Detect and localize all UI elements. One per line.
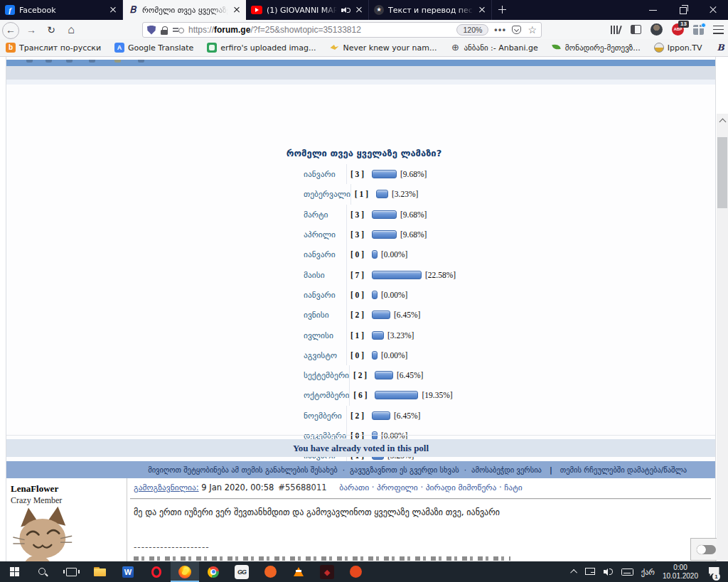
poll-option-label: აგვისტო	[285, 350, 346, 360]
tab-forum-active[interactable]: Ᏼ რომელი თვეა ყველაზე ლამ	[123, 0, 246, 20]
firefox-button-active[interactable]	[171, 561, 199, 582]
bookmark-star-icon[interactable]	[528, 22, 537, 38]
minimize-button[interactable]	[638, 0, 668, 20]
red-diamond-icon	[320, 565, 334, 579]
card-link[interactable]: ბარათი	[339, 483, 369, 492]
pm-link[interactable]: პირადი მიმოწერა	[426, 483, 497, 492]
address-bar[interactable]: https://forum.ge/?f=25&showtopic=3513381…	[142, 22, 542, 38]
account-avatar-icon[interactable]	[651, 23, 663, 36]
taskbar-search-button[interactable]	[28, 561, 57, 582]
poll-option-label: სექტემბერი	[285, 370, 349, 380]
language-indicator[interactable]: ქარ	[641, 568, 655, 576]
poll-option-label: ნოემბერი	[285, 411, 346, 421]
tab-youtube[interactable]: (1) GIOVANNI MARRADI - M	[246, 0, 369, 20]
posted-label-link[interactable]: გამოგზავნილია:	[134, 483, 199, 492]
send-page-link[interactable]: გავუგზავნოთ ეს გვერდი სხვას	[350, 465, 459, 474]
close-icon[interactable]	[478, 6, 486, 14]
bookmark-translit[interactable]: bТранслит по-русски	[6, 43, 101, 53]
vertical-scrollbar[interactable]	[717, 114, 728, 582]
close-icon[interactable]	[355, 6, 363, 14]
poll-option-bar	[372, 210, 397, 219]
forward-button[interactable]	[21, 21, 41, 38]
start-button[interactable]	[0, 561, 28, 582]
image-host-icon	[207, 43, 217, 53]
ggpoker-button[interactable]: GG	[228, 561, 256, 582]
menu-hamburger-icon[interactable]	[713, 26, 724, 34]
toggle-switch-icon[interactable]	[697, 545, 716, 554]
bookmark-erfiro[interactable]: erfiro's uploaded imag...	[207, 43, 316, 53]
notification-badge: 1	[712, 573, 720, 581]
notification-center-button[interactable]: 1	[706, 561, 722, 582]
poll-option-percent: [0.00%]	[381, 291, 407, 299]
keyboard-icon[interactable]	[621, 568, 633, 576]
home-button[interactable]	[61, 21, 81, 38]
speaker-icon[interactable]	[604, 568, 614, 576]
tab-title: რომელი თვეა ყველაზე ლამ	[142, 6, 228, 15]
orange-app-button[interactable]	[256, 561, 284, 582]
network-icon[interactable]	[585, 568, 596, 576]
adblock-plus-icon[interactable]: ABP13	[672, 23, 684, 36]
poll-option-bar	[372, 351, 378, 360]
bookmark-ippon-tv[interactable]: Ippon.TV	[654, 43, 702, 53]
gift-icon[interactable]	[693, 25, 704, 35]
close-icon[interactable]	[109, 6, 117, 14]
poll-row: იანვარი [ 3 ] [9.68%]	[285, 164, 443, 184]
scroll-up-icon[interactable]	[719, 119, 726, 126]
url-text[interactable]: https://forum.ge/?f=25&showtopic=3513381…	[188, 25, 456, 35]
tab-audio-icon[interactable]	[341, 6, 350, 14]
time: 0:00	[663, 564, 698, 572]
profile-link[interactable]: პროფილი	[377, 483, 418, 492]
bookmark-hunter-fisher[interactable]: მონადირე-მეთევზ...	[552, 43, 641, 53]
permissions-icon[interactable]	[173, 26, 184, 34]
poll-option-label: მაისი	[285, 270, 346, 280]
tab-lyrics[interactable]: Текст и перевод песни Ingrid	[369, 0, 492, 20]
bookmark-google-translate[interactable]: AGoogle Translate	[114, 43, 193, 53]
author-username[interactable]: LenaFlower	[11, 483, 58, 495]
clock[interactable]: 0:00 10.01.2020	[663, 564, 698, 581]
restore-button[interactable]	[668, 0, 698, 20]
zoom-level-indicator[interactable]: 120%	[456, 24, 488, 36]
favorites-link[interactable]: თემის რჩეულებში დამატება/წაშლა	[560, 465, 687, 474]
opera-button[interactable]	[142, 561, 171, 582]
tab-facebook[interactable]: f Facebook	[0, 0, 123, 20]
chrome-button[interactable]	[199, 561, 228, 582]
globe-icon	[451, 43, 461, 53]
back-button[interactable]	[0, 21, 21, 38]
poll-option-percent: [3.23%]	[392, 190, 418, 198]
scrollbar-thumb[interactable]	[717, 137, 727, 208]
red-circle-icon	[350, 566, 362, 578]
task-view-button[interactable]	[57, 561, 85, 582]
poker-app-button[interactable]	[313, 561, 341, 582]
bookmark-never-knew[interactable]: Never knew your nam...	[329, 43, 437, 53]
print-version-link[interactable]: ამოსაბეჭდი ვერსია	[471, 465, 542, 474]
pocket-icon[interactable]	[512, 26, 521, 34]
lock-icon[interactable]	[161, 26, 168, 35]
bookmark-anbani[interactable]: ანბანი :- Anbani.ge	[451, 43, 538, 53]
poll-option-percent: [22.58%]	[425, 271, 456, 279]
vlc-button[interactable]	[284, 561, 313, 582]
poll-option-votes: [ 1 ]	[346, 325, 368, 345]
chat-link[interactable]: ჩატი	[504, 483, 522, 492]
new-tab-button[interactable]	[492, 0, 512, 20]
bookmark-forum-word[interactable]: Bსიტყვა "უტრაკო" -ს...	[715, 43, 728, 53]
post-author-column: LenaFlower Crazy Member	[6, 478, 127, 561]
tray-expand-icon[interactable]	[570, 569, 577, 576]
reload-button[interactable]	[41, 21, 61, 38]
close-window-button[interactable]	[698, 0, 728, 20]
page-actions-icon[interactable]	[494, 25, 506, 35]
track-topic-link[interactable]: მივიღოთ შეტყობინება ამ თემის განახლების …	[148, 465, 338, 474]
windows-taskbar: W GG ქარ 0:00 10.01.2020 1	[0, 561, 728, 582]
tracking-protection-shield-icon[interactable]	[147, 26, 156, 35]
poll-row: ივლისი [ 1 ] [3.23%]	[285, 325, 443, 345]
word-button[interactable]: W	[114, 561, 142, 582]
poll-option-votes: [ 2 ]	[349, 365, 370, 385]
red-app-button[interactable]	[341, 561, 370, 582]
close-icon[interactable]	[232, 6, 241, 14]
sidebar-icon[interactable]	[631, 25, 641, 34]
poll-option-votes: [ 7 ]	[346, 264, 368, 284]
poll-option-bar	[376, 190, 388, 198]
divider	[130, 498, 711, 500]
topic-options-bar: მივიღოთ შეტყობინება ამ თემის განახლების …	[6, 461, 715, 478]
library-icon[interactable]	[610, 25, 621, 35]
file-explorer-button[interactable]	[85, 561, 114, 582]
